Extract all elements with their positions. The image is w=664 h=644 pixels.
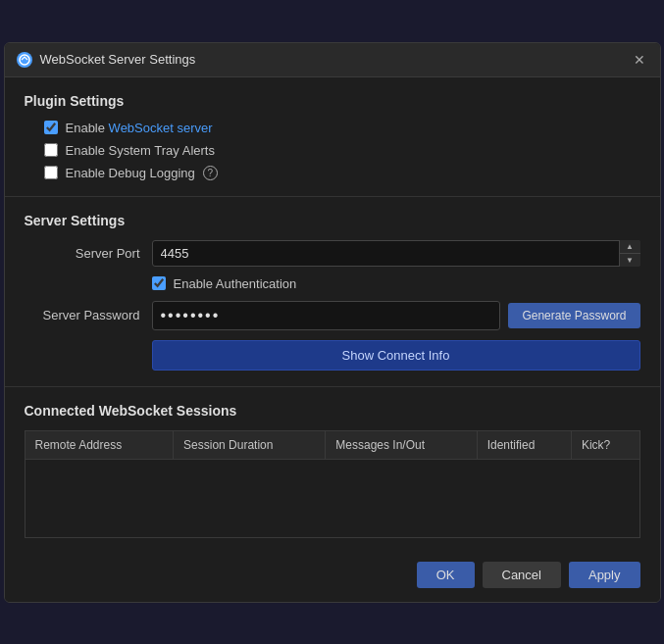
password-row: Server Password Generate Password: [25, 301, 640, 330]
auth-row: Enable Authentication: [25, 276, 640, 291]
sessions-body: [25, 459, 639, 537]
enable-tray-checkbox[interactable]: [44, 143, 58, 157]
cancel-button[interactable]: Cancel: [483, 562, 561, 588]
enable-auth-checkbox[interactable]: [152, 276, 166, 290]
footer: OK Cancel Apply: [5, 548, 660, 602]
app-icon: [17, 52, 32, 68]
col-identified: Identified: [477, 430, 571, 459]
port-up-button[interactable]: ▲: [620, 240, 640, 254]
server-settings-section: Server Settings Server Port ▲ ▼ Enable A…: [5, 197, 660, 387]
enable-debug-checkbox[interactable]: [44, 166, 58, 179]
sessions-title: Connected WebSocket Sessions: [25, 403, 640, 419]
title-bar-left: WebSocket Server Settings: [17, 52, 196, 68]
enable-debug-row: Enable Debug Logging ?: [44, 166, 640, 180]
sessions-header-row: Remote Address Session Duration Messages…: [25, 430, 639, 459]
password-label: Server Password: [25, 308, 152, 322]
port-spinner: ▲ ▼: [619, 240, 640, 267]
enable-auth-label: Enable Authentication: [174, 276, 297, 291]
debug-help-icon[interactable]: ?: [203, 166, 218, 180]
server-settings-title: Server Settings: [25, 213, 640, 228]
title-bar: WebSocket Server Settings ✕: [5, 43, 660, 77]
generate-password-button[interactable]: Generate Password: [508, 303, 639, 328]
apply-button[interactable]: Apply: [569, 562, 640, 588]
port-label: Server Port: [25, 246, 152, 261]
enable-ws-row: Enable WebSocket server: [44, 121, 640, 135]
ws-highlight: WebSocket server: [109, 121, 213, 135]
col-remote-address: Remote Address: [25, 430, 174, 459]
dialog-content: Plugin Settings Enable WebSocket server …: [5, 77, 660, 548]
port-down-button[interactable]: ▼: [620, 254, 640, 267]
sessions-empty-row: [25, 459, 639, 537]
enable-debug-label: Enable Debug Logging: [66, 166, 195, 180]
dialog-title: WebSocket Server Settings: [40, 52, 196, 67]
password-input[interactable]: [152, 301, 501, 330]
sessions-header: Remote Address Session Duration Messages…: [25, 430, 639, 459]
sessions-section: Connected WebSocket Sessions Remote Addr…: [5, 387, 660, 548]
col-messages: Messages In/Out: [326, 430, 477, 459]
plugin-settings-title: Plugin Settings: [25, 93, 640, 109]
enable-ws-label: Enable WebSocket server: [66, 121, 213, 135]
sessions-empty-cell: [25, 459, 639, 537]
enable-tray-row: Enable System Tray Alerts: [44, 143, 640, 158]
sessions-table: Remote Address Session Duration Messages…: [25, 430, 640, 538]
show-connect-info-button[interactable]: Show Connect Info: [152, 340, 640, 371]
enable-ws-checkbox[interactable]: [44, 121, 58, 134]
ok-button[interactable]: OK: [417, 562, 475, 588]
websocket-settings-dialog: WebSocket Server Settings ✕ Plugin Setti…: [4, 42, 661, 603]
port-input-wrap: ▲ ▼: [152, 240, 640, 267]
port-input[interactable]: [152, 240, 640, 267]
col-kick: Kick?: [571, 430, 639, 459]
enable-tray-label: Enable System Tray Alerts: [66, 143, 215, 158]
port-row: Server Port ▲ ▼: [25, 240, 640, 267]
plugin-settings-section: Plugin Settings Enable WebSocket server …: [5, 77, 660, 197]
col-session-duration: Session Duration: [174, 430, 326, 459]
close-button[interactable]: ✕: [631, 51, 648, 69]
